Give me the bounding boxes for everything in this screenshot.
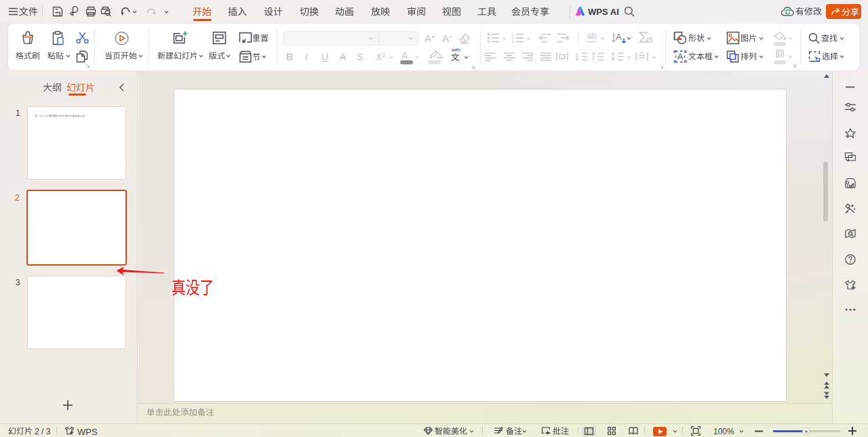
svg-text:3: 3 — [512, 40, 514, 43]
svg-text:A: A — [677, 51, 684, 62]
